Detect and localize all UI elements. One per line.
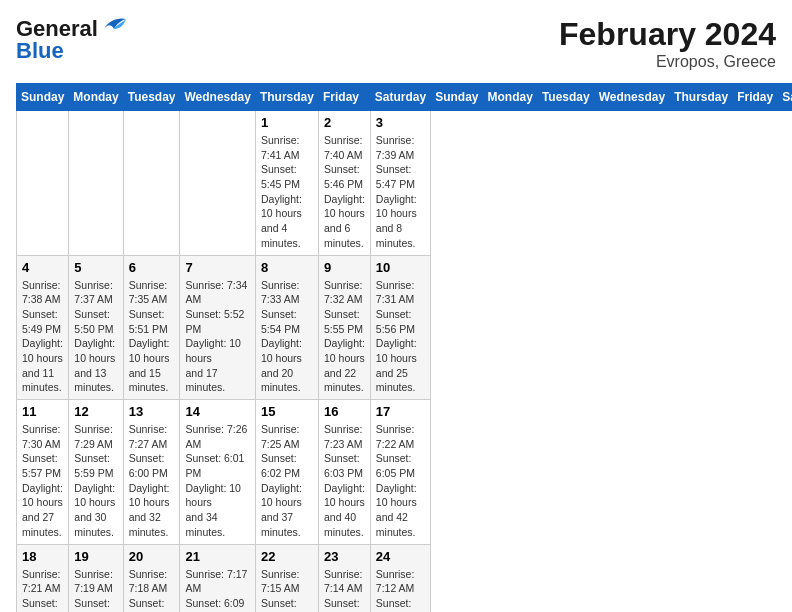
day-cell: 12Sunrise: 7:29 AM Sunset: 5:59 PM Dayli…	[69, 400, 123, 545]
day-detail: Sunrise: 7:37 AM Sunset: 5:50 PM Dayligh…	[74, 278, 117, 396]
day-number: 7	[185, 260, 249, 275]
day-cell: 10Sunrise: 7:31 AM Sunset: 5:56 PM Dayli…	[370, 255, 430, 400]
day-detail: Sunrise: 7:40 AM Sunset: 5:46 PM Dayligh…	[324, 133, 365, 251]
col-header-tuesday: Tuesday	[123, 84, 180, 111]
day-number: 15	[261, 404, 313, 419]
day-detail: Sunrise: 7:21 AM Sunset: 6:06 PM Dayligh…	[22, 567, 63, 613]
day-cell: 3Sunrise: 7:39 AM Sunset: 5:47 PM Daylig…	[370, 111, 430, 256]
week-row-3: 11Sunrise: 7:30 AM Sunset: 5:57 PM Dayli…	[17, 400, 793, 545]
day-number: 4	[22, 260, 63, 275]
col-header-thursday: Thursday	[670, 84, 733, 111]
day-cell: 14Sunrise: 7:26 AM Sunset: 6:01 PM Dayli…	[180, 400, 255, 545]
day-number: 10	[376, 260, 425, 275]
day-detail: Sunrise: 7:12 AM Sunset: 6:13 PM Dayligh…	[376, 567, 425, 613]
col-header-saturday: Saturday	[370, 84, 430, 111]
day-cell: 23Sunrise: 7:14 AM Sunset: 6:12 PM Dayli…	[318, 544, 370, 612]
day-cell: 13Sunrise: 7:27 AM Sunset: 6:00 PM Dayli…	[123, 400, 180, 545]
day-cell: 5Sunrise: 7:37 AM Sunset: 5:50 PM Daylig…	[69, 255, 123, 400]
day-cell	[123, 111, 180, 256]
logo-bird-icon	[100, 15, 126, 37]
day-number: 17	[376, 404, 425, 419]
day-number: 6	[129, 260, 175, 275]
day-cell: 2Sunrise: 7:40 AM Sunset: 5:46 PM Daylig…	[318, 111, 370, 256]
title-block: February 2024 Evropos, Greece	[559, 16, 776, 71]
day-detail: Sunrise: 7:26 AM Sunset: 6:01 PM Dayligh…	[185, 422, 249, 540]
col-header-monday: Monday	[483, 84, 537, 111]
day-detail: Sunrise: 7:35 AM Sunset: 5:51 PM Dayligh…	[129, 278, 175, 396]
day-detail: Sunrise: 7:17 AM Sunset: 6:09 PM Dayligh…	[185, 567, 249, 613]
day-cell: 8Sunrise: 7:33 AM Sunset: 5:54 PM Daylig…	[255, 255, 318, 400]
day-number: 12	[74, 404, 117, 419]
day-detail: Sunrise: 7:19 AM Sunset: 6:07 PM Dayligh…	[74, 567, 117, 613]
col-header-tuesday: Tuesday	[537, 84, 594, 111]
day-number: 5	[74, 260, 117, 275]
month-year-title: February 2024	[559, 16, 776, 53]
day-detail: Sunrise: 7:14 AM Sunset: 6:12 PM Dayligh…	[324, 567, 365, 613]
col-header-thursday: Thursday	[255, 84, 318, 111]
week-row-1: 1Sunrise: 7:41 AM Sunset: 5:45 PM Daylig…	[17, 111, 793, 256]
week-row-4: 18Sunrise: 7:21 AM Sunset: 6:06 PM Dayli…	[17, 544, 793, 612]
day-number: 20	[129, 549, 175, 564]
col-header-friday: Friday	[318, 84, 370, 111]
day-cell: 11Sunrise: 7:30 AM Sunset: 5:57 PM Dayli…	[17, 400, 69, 545]
day-number: 14	[185, 404, 249, 419]
location-subtitle: Evropos, Greece	[559, 53, 776, 71]
day-detail: Sunrise: 7:25 AM Sunset: 6:02 PM Dayligh…	[261, 422, 313, 540]
day-detail: Sunrise: 7:18 AM Sunset: 6:08 PM Dayligh…	[129, 567, 175, 613]
day-cell: 21Sunrise: 7:17 AM Sunset: 6:09 PM Dayli…	[180, 544, 255, 612]
day-number: 13	[129, 404, 175, 419]
day-number: 23	[324, 549, 365, 564]
day-detail: Sunrise: 7:22 AM Sunset: 6:05 PM Dayligh…	[376, 422, 425, 540]
day-number: 22	[261, 549, 313, 564]
week-row-2: 4Sunrise: 7:38 AM Sunset: 5:49 PM Daylig…	[17, 255, 793, 400]
day-number: 18	[22, 549, 63, 564]
calendar-header-row: SundayMondayTuesdayWednesdayThursdayFrid…	[17, 84, 793, 111]
col-header-wednesday: Wednesday	[180, 84, 255, 111]
day-number: 19	[74, 549, 117, 564]
col-header-saturday: Saturday	[778, 84, 792, 111]
col-header-sunday: Sunday	[17, 84, 69, 111]
page-header: General Blue February 2024 Evropos, Gree…	[16, 16, 776, 71]
day-cell: 6Sunrise: 7:35 AM Sunset: 5:51 PM Daylig…	[123, 255, 180, 400]
day-detail: Sunrise: 7:29 AM Sunset: 5:59 PM Dayligh…	[74, 422, 117, 540]
col-header-sunday: Sunday	[431, 84, 483, 111]
calendar-table: SundayMondayTuesdayWednesdayThursdayFrid…	[16, 83, 792, 612]
logo: General Blue	[16, 16, 126, 64]
day-cell: 20Sunrise: 7:18 AM Sunset: 6:08 PM Dayli…	[123, 544, 180, 612]
day-detail: Sunrise: 7:27 AM Sunset: 6:00 PM Dayligh…	[129, 422, 175, 540]
day-cell: 16Sunrise: 7:23 AM Sunset: 6:03 PM Dayli…	[318, 400, 370, 545]
day-cell	[180, 111, 255, 256]
day-number: 11	[22, 404, 63, 419]
day-cell: 19Sunrise: 7:19 AM Sunset: 6:07 PM Dayli…	[69, 544, 123, 612]
day-cell: 22Sunrise: 7:15 AM Sunset: 6:11 PM Dayli…	[255, 544, 318, 612]
day-detail: Sunrise: 7:31 AM Sunset: 5:56 PM Dayligh…	[376, 278, 425, 396]
day-cell: 24Sunrise: 7:12 AM Sunset: 6:13 PM Dayli…	[370, 544, 430, 612]
day-number: 21	[185, 549, 249, 564]
col-header-monday: Monday	[69, 84, 123, 111]
day-number: 3	[376, 115, 425, 130]
day-number: 2	[324, 115, 365, 130]
col-header-friday: Friday	[733, 84, 778, 111]
day-number: 9	[324, 260, 365, 275]
day-detail: Sunrise: 7:23 AM Sunset: 6:03 PM Dayligh…	[324, 422, 365, 540]
day-number: 8	[261, 260, 313, 275]
day-detail: Sunrise: 7:15 AM Sunset: 6:11 PM Dayligh…	[261, 567, 313, 613]
day-cell: 9Sunrise: 7:32 AM Sunset: 5:55 PM Daylig…	[318, 255, 370, 400]
day-number: 24	[376, 549, 425, 564]
day-number: 1	[261, 115, 313, 130]
day-cell: 17Sunrise: 7:22 AM Sunset: 6:05 PM Dayli…	[370, 400, 430, 545]
day-cell: 7Sunrise: 7:34 AM Sunset: 5:52 PM Daylig…	[180, 255, 255, 400]
day-cell	[17, 111, 69, 256]
day-detail: Sunrise: 7:33 AM Sunset: 5:54 PM Dayligh…	[261, 278, 313, 396]
col-header-wednesday: Wednesday	[594, 84, 669, 111]
day-cell: 4Sunrise: 7:38 AM Sunset: 5:49 PM Daylig…	[17, 255, 69, 400]
day-number: 16	[324, 404, 365, 419]
day-cell: 15Sunrise: 7:25 AM Sunset: 6:02 PM Dayli…	[255, 400, 318, 545]
day-detail: Sunrise: 7:41 AM Sunset: 5:45 PM Dayligh…	[261, 133, 313, 251]
day-detail: Sunrise: 7:32 AM Sunset: 5:55 PM Dayligh…	[324, 278, 365, 396]
day-detail: Sunrise: 7:39 AM Sunset: 5:47 PM Dayligh…	[376, 133, 425, 251]
day-detail: Sunrise: 7:30 AM Sunset: 5:57 PM Dayligh…	[22, 422, 63, 540]
day-cell	[69, 111, 123, 256]
day-cell: 18Sunrise: 7:21 AM Sunset: 6:06 PM Dayli…	[17, 544, 69, 612]
day-detail: Sunrise: 7:34 AM Sunset: 5:52 PM Dayligh…	[185, 278, 249, 396]
